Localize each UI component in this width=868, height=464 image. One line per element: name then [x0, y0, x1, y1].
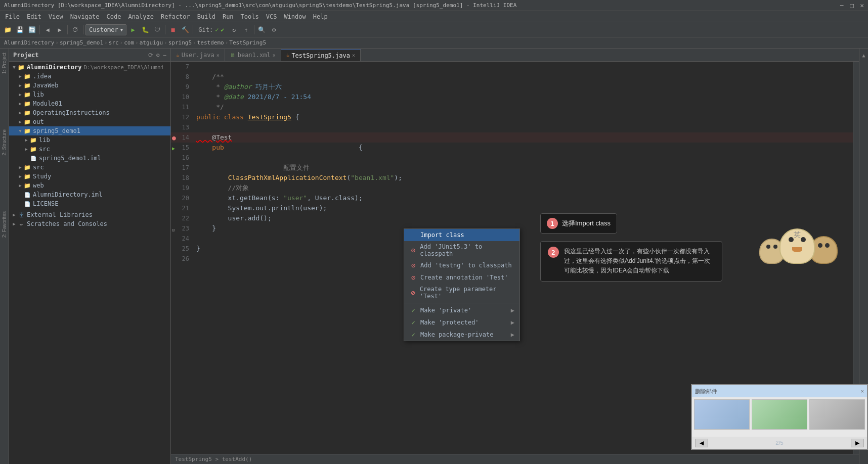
tree-item-opinstr[interactable]: ▶ 📁 OperatingInstructions [9, 108, 170, 117]
tree-item-idea[interactable]: ▶ 📁 .idea [9, 72, 170, 81]
tree-item-study[interactable]: ▶ 📁 Study [9, 172, 170, 181]
tree-item-web[interactable]: ▶ 📁 web [9, 181, 170, 190]
breadcrumb-com[interactable]: com [124, 39, 134, 46]
breadcrumb-alumnidir[interactable]: AlumniDirectory [4, 39, 54, 46]
external-libs-icon: 🗄 [17, 211, 25, 219]
run-btn[interactable]: ▶ [127, 24, 139, 35]
breadcrumb-atguigu[interactable]: atguigu [140, 39, 163, 46]
code-line-12: 12 public class TestSpring5 { [171, 112, 853, 122]
stop-btn[interactable]: ■ [167, 24, 179, 35]
tab-testspring5[interactable]: ☕ TestSpring5.java × [281, 49, 361, 61]
tree-item-spring5-lib[interactable]: ▶ 📁 lib [9, 135, 170, 145]
structure-side-label[interactable]: 2: Structure [2, 129, 7, 156]
close-button[interactable]: ✕ [860, 2, 864, 9]
tab-close-userjava[interactable]: × [216, 53, 220, 58]
debug-btn[interactable]: 🐛 [140, 24, 151, 35]
project-cog-icon[interactable]: ⚙ [156, 52, 160, 59]
breadcrumb-testdemo[interactable]: testdemo [197, 39, 224, 46]
ctx-create-type[interactable]: ⊘ Create type parameter 'Test' [404, 284, 519, 302]
menu-item-run[interactable]: Run [220, 12, 237, 21]
maximize-button[interactable]: □ [850, 2, 854, 9]
ctx-make-package[interactable]: ✔ Make package-private ▶ [404, 329, 519, 341]
breadcrumb-testspring5[interactable]: TestSpring5 [229, 39, 266, 46]
folder-icon-spring5-src: 📁 [29, 145, 37, 153]
tree-item-module01[interactable]: ▶ 📁 Module01 [9, 99, 170, 108]
project-sync-icon[interactable]: ⟳ [148, 52, 153, 59]
sync-btn[interactable]: 🔄 [26, 24, 37, 35]
breadcrumb-spring5demo1[interactable]: spring5_demo1 [60, 39, 103, 46]
ctx-arrow-private: ▶ [511, 307, 514, 314]
menu-item-window[interactable]: Window [281, 12, 309, 21]
popup-prev-btn[interactable]: ◀ [695, 439, 708, 447]
minimize-button[interactable]: − [840, 2, 844, 9]
tree-item-out[interactable]: ▶ 📁 out [9, 117, 170, 126]
tab-close-testspring5[interactable]: × [352, 53, 355, 58]
tree-item-javaweb[interactable]: ▶ 📁 JavaWeb [9, 81, 170, 90]
build-btn[interactable]: 🔨 [180, 24, 191, 35]
folder-icon-javaweb: 📁 [23, 81, 31, 89]
menu-item-help[interactable]: Help [310, 12, 331, 21]
tree-item-external-libs[interactable]: ▶ 🗄 External Libraries [9, 210, 170, 219]
tree-item-spring5demo1[interactable]: ▼ 📁 spring5_demo1 [9, 126, 170, 135]
save-btn[interactable]: 💾 [14, 24, 25, 35]
search-btn[interactable]: 🔍 [256, 24, 268, 35]
breadcrumb-spring5[interactable]: spring5 [168, 39, 192, 46]
popup-content [692, 397, 867, 437]
tab-close-bean1xml[interactable]: × [273, 53, 276, 58]
tree-item-scratches[interactable]: ▶ ✏ Scratches and Consoles [9, 219, 170, 228]
project-icon[interactable]: 📁 [2, 24, 13, 35]
title-text: AlumniDirectory [D:\workspace_IDEA\Alumn… [4, 2, 516, 9]
tab-bean1xml[interactable]: 🗎 bean1.xml × [225, 49, 281, 61]
menu-item-build[interactable]: Build [194, 12, 219, 21]
tab-userjava[interactable]: ☕ User.java × [171, 49, 225, 61]
menu-item-code[interactable]: Code [104, 12, 124, 21]
project-side-label[interactable]: 1: Project [2, 53, 7, 74]
tree-arrow-spring5-iml [23, 155, 29, 161]
git-label: Git: [198, 26, 213, 33]
menu-item-refactor[interactable]: Refactor [158, 12, 193, 21]
popup-next-btn[interactable]: ▶ [851, 439, 864, 447]
breadcrumb-src[interactable]: src [109, 39, 119, 46]
tree-item-root[interactable]: ▼ 📁 AlumniDirectory D:\workspace_IDEA\Al… [9, 63, 170, 72]
ctx-add-testng[interactable]: ⊘ Add 'testng' to classpath [404, 259, 519, 271]
line-gutter-18: 18 [171, 173, 196, 183]
commit-btn[interactable]: ↑ [241, 24, 252, 35]
update-btn[interactable]: ↻ [229, 24, 240, 35]
run-with-coverage-btn[interactable]: 🛡 [152, 24, 163, 35]
ctx-make-protected[interactable]: ✔ Make 'protected' ▶ [404, 316, 519, 329]
menu-item-view[interactable]: View [46, 12, 66, 21]
menu-item-tools[interactable]: Tools [238, 12, 262, 21]
tree-item-src[interactable]: ▶ 📁 src [9, 163, 170, 172]
favorites-side-label[interactable]: 2: Favorites [2, 211, 7, 238]
project-title: Project [13, 52, 39, 59]
sep6 [254, 25, 254, 34]
tree-item-spring5-src[interactable]: ▶ 📁 src [9, 145, 170, 154]
tree-item-license[interactable]: 📄 LICENSE [9, 199, 170, 208]
ctx-add-junit[interactable]: ⊘ Add 'JUnit5.3' to classpath [404, 241, 519, 259]
ctx-import-class[interactable]: Import class [404, 229, 519, 241]
menu-item-file[interactable]: File [2, 12, 23, 21]
popup-close-icon[interactable]: × [861, 388, 864, 394]
tooltip1-number: 1 [547, 218, 558, 229]
folder-icon-lib: 📁 [23, 90, 31, 99]
right-side-icon1[interactable]: ▲ [862, 53, 865, 58]
tree-item-alumni-iml[interactable]: 📄 AlumniDirectory.iml [9, 190, 170, 199]
menu-item-navigate[interactable]: Navigate [67, 12, 103, 21]
recent-btn[interactable]: ⏱ [70, 24, 81, 35]
back-btn[interactable]: ◀ [42, 24, 53, 35]
code-line-22: 22 user.add(); [171, 213, 853, 223]
code-line-18: 18 ClassPathXmlApplicationContext("bean1… [171, 173, 853, 183]
menu-item-edit[interactable]: Edit [24, 12, 45, 21]
tree-item-spring5-iml[interactable]: 📄 spring5_demo1.iml [9, 154, 170, 163]
settings-btn[interactable]: ⚙ [269, 24, 280, 35]
ctx-error-icon-annotation: ⊘ [409, 273, 417, 282]
menu-item-analyze[interactable]: Analyze [125, 12, 157, 21]
tree-arrow-root: ▼ [11, 64, 17, 70]
run-config-dropdown[interactable]: Customer ▼ [85, 24, 126, 35]
tree-item-lib[interactable]: ▶ 📁 lib [9, 90, 170, 99]
ctx-make-private[interactable]: ✔ Make 'private' ▶ [404, 304, 519, 316]
ctx-create-annotation[interactable]: ⊘ Create annotation 'Test' [404, 271, 519, 284]
menu-item-vcs[interactable]: VCS [263, 12, 280, 21]
project-hide-icon[interactable]: − [163, 52, 166, 59]
forward-btn[interactable]: ▶ [54, 24, 65, 35]
